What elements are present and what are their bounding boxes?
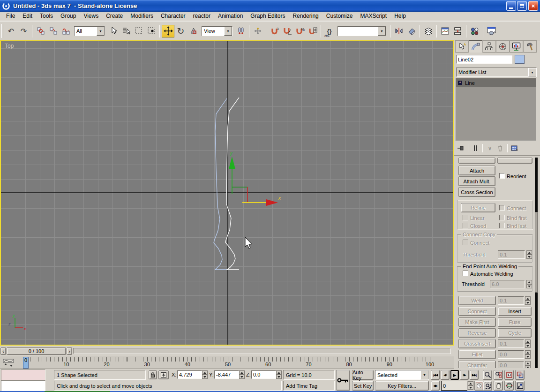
spinner-up-icon[interactable] (468, 381, 473, 385)
fillet-spinner[interactable] (525, 350, 531, 359)
configure-modifier-sets-icon[interactable] (510, 144, 520, 152)
key-filters-button[interactable]: Key Filters... (375, 381, 429, 391)
time-slider-handle[interactable]: 0 / 100 (7, 347, 66, 355)
object-color-swatch[interactable] (515, 55, 525, 64)
menu-item[interactable]: Rendering (289, 12, 322, 21)
spinner-down-icon[interactable] (525, 344, 531, 348)
chamfer-spinner[interactable] (525, 361, 531, 368)
cross-section-button[interactable]: Cross Section (458, 187, 495, 197)
menu-item[interactable]: Graph Editors (247, 12, 289, 21)
current-frame-marker[interactable]: 0 (23, 357, 29, 369)
selection-filter-combo[interactable]: All ▼ (74, 26, 105, 36)
connect-checkbox[interactable] (499, 205, 505, 211)
tab-display[interactable] (510, 40, 523, 53)
time-slider-track[interactable] (73, 348, 451, 354)
cross-insert-button[interactable]: CrossInsert (458, 339, 496, 348)
weld-button[interactable]: Weld (458, 296, 496, 305)
use-pivot-point-center-icon[interactable] (234, 25, 247, 38)
named-selection-combo[interactable]: ▼ (338, 26, 386, 36)
spline-line01[interactable] (214, 98, 227, 270)
menu-item[interactable]: Create (102, 12, 127, 21)
reverse-button[interactable]: Reverse (458, 328, 496, 338)
pin-stack-icon[interactable] (456, 144, 466, 152)
menu-item[interactable]: Customize (322, 12, 357, 21)
redo-icon[interactable]: ↷ (17, 25, 30, 38)
set-key-mode-toggle[interactable] (336, 370, 350, 391)
cycle-button[interactable]: Cycle (498, 328, 532, 338)
bind-to-space-warp-icon[interactable] (60, 25, 72, 38)
spinner-down-icon[interactable] (526, 255, 532, 259)
gizmo-x-arrowhead[interactable] (266, 199, 278, 206)
unlink-selection-icon[interactable] (47, 25, 60, 38)
spinner-down-icon[interactable] (276, 375, 282, 379)
chevron-down-icon[interactable]: ▼ (528, 68, 536, 76)
reorient-checkbox[interactable] (499, 173, 505, 179)
select-and-link-icon[interactable] (34, 25, 47, 38)
chevron-down-icon[interactable]: ▼ (378, 27, 386, 36)
closed-checkbox[interactable] (463, 223, 468, 228)
snap-toggle-icon[interactable]: 3 (268, 25, 281, 38)
bind-last-checkbox[interactable] (499, 223, 505, 228)
spinner-snap-toggle-icon[interactable] (306, 25, 319, 38)
spinner-up-icon[interactable] (525, 296, 531, 301)
maxscript-mini-listener[interactable] (1, 380, 45, 391)
named-selection-sets-icon[interactable]: {} ABC (323, 25, 336, 38)
menu-item[interactable]: Views (80, 12, 102, 21)
spinner-down-icon[interactable] (239, 375, 245, 379)
region-zoom-button[interactable] (483, 381, 492, 391)
spinner-up-icon[interactable] (276, 370, 282, 375)
spinner-down-icon[interactable] (525, 301, 531, 305)
go-to-start-button[interactable]: |◀◀ (431, 370, 440, 380)
spinner-up-icon[interactable] (202, 370, 208, 375)
weld-value-field[interactable]: 0.1 (498, 296, 524, 305)
menu-item[interactable]: reactor (189, 12, 214, 21)
select-and-manipulate-icon[interactable] (251, 25, 264, 38)
modifier-list-combo[interactable]: Modifier List ▼ (456, 68, 537, 77)
rectangular-selection-region-icon[interactable] (132, 25, 145, 38)
mirror-icon[interactable] (392, 25, 405, 38)
arc-rotate-button[interactable] (504, 381, 514, 391)
y-coord-spinner[interactable] (239, 370, 245, 379)
spinner-up-icon[interactable] (526, 250, 532, 255)
frame-spinner[interactable] (468, 381, 473, 390)
menu-item[interactable]: Group (57, 12, 80, 21)
pan-button[interactable] (494, 381, 503, 391)
menu-item[interactable]: Animation (214, 12, 247, 21)
maxscript-mini-listener-macro[interactable] (1, 369, 45, 380)
make-unique-icon[interactable]: ∨ (485, 144, 495, 152)
chamfer-value-field[interactable]: 0.0 (498, 361, 524, 368)
previous-frame-button[interactable]: ◀‖ (441, 370, 450, 380)
curve-editor-icon[interactable] (439, 25, 451, 38)
schematic-view-icon[interactable] (451, 25, 464, 38)
tab-utilities[interactable] (523, 40, 537, 53)
time-configuration-button[interactable] (474, 381, 484, 391)
chevron-down-icon[interactable]: ▼ (97, 27, 105, 36)
zoom-extents-button[interactable] (504, 370, 514, 380)
make-first-button[interactable]: Make First (458, 317, 496, 327)
z-coord-field[interactable]: 0.0 (251, 370, 276, 379)
material-editor-icon[interactable] (468, 25, 481, 38)
reference-coordinate-system-combo[interactable]: View ▼ (202, 26, 232, 36)
current-frame-field[interactable]: 0 (441, 381, 467, 391)
cross-insert-value-field[interactable]: 0.1 (498, 339, 524, 348)
automatic-welding-checkbox[interactable] (463, 271, 468, 276)
percent-snap-toggle-icon[interactable]: % (293, 25, 306, 38)
fuse-button[interactable]: Fuse (498, 317, 532, 327)
spinner-up-icon[interactable] (239, 370, 245, 375)
select-and-scale-icon[interactable] (187, 25, 200, 38)
tab-hierarchy[interactable] (482, 40, 496, 53)
zoom-extents-all-button[interactable] (515, 370, 525, 380)
select-and-move-icon[interactable] (162, 25, 174, 38)
spinner-up-icon[interactable] (526, 280, 532, 284)
x-coord-spinner[interactable] (202, 370, 208, 379)
play-button[interactable]: ▶ (450, 370, 459, 380)
spinner-down-icon[interactable] (468, 385, 473, 390)
rollout-scrollbar[interactable] (535, 158, 538, 368)
track-bar[interactable]: 0102030405060708090100 0 (0, 356, 454, 369)
weld-threshold-field[interactable]: 6.0 (490, 280, 525, 288)
cross-insert-spinner[interactable] (525, 339, 531, 348)
key-mode-toggle-button[interactable]: ◀▶ (431, 381, 440, 391)
tab-modify[interactable] (469, 40, 482, 53)
top-viewport[interactable]: Top y x y (0, 40, 454, 346)
go-to-end-button[interactable]: ▶▶| (470, 370, 479, 380)
